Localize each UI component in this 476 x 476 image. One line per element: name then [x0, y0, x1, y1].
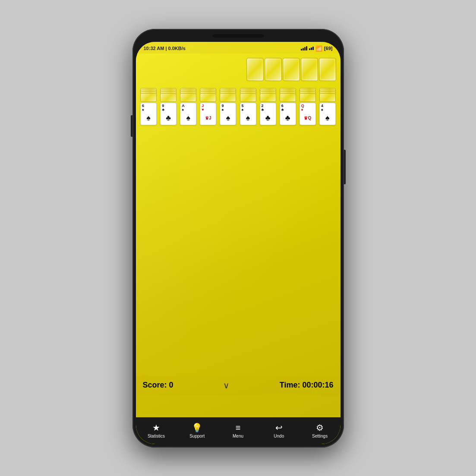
bar2-1	[309, 48, 310, 50]
nav-item-settings[interactable]: ⚙ Settings	[299, 422, 340, 438]
undo-icon: ↩	[275, 422, 283, 433]
battery-icon: [69]	[324, 46, 333, 51]
card-rank: 9♠	[221, 104, 234, 113]
card-suit-center: ♠	[321, 112, 334, 123]
score-bar: Score: 0 ∨ Time: 00:00:16	[136, 376, 340, 395]
card-suit-center: ♛Q	[301, 112, 314, 123]
tableau-column-4[interactable]: J♥ ♛J	[199, 88, 218, 125]
statistics-label: Statistics	[148, 434, 165, 438]
deck-card-5[interactable]	[319, 58, 336, 81]
support-icon: 💡	[192, 422, 202, 433]
face-down-stack-6	[240, 88, 256, 102]
face-down-stack-9	[299, 88, 316, 102]
card-rank: 9♣	[162, 104, 175, 113]
menu-icon: ≡	[236, 423, 241, 433]
bar4	[306, 46, 307, 50]
card-col10-top[interactable]: 4♠ ♠	[319, 103, 336, 125]
phone-screen: 10:32 AM | 0.0KB/s 📶 [69]	[136, 42, 340, 444]
nav-item-undo[interactable]: ↩ Undo	[258, 422, 299, 438]
tableau-column-6[interactable]: 5♠ ♠	[239, 88, 257, 125]
card-col5-top[interactable]: 9♠ ♠	[220, 103, 236, 125]
tableau-column-7[interactable]: 2♣ ♣	[258, 88, 277, 125]
face-down-stack-4	[200, 88, 216, 102]
statistics-icon: ★	[152, 422, 160, 433]
card-rank: 5♠	[242, 104, 255, 113]
card-col9-top[interactable]: Q♦ ♛Q	[299, 103, 316, 125]
face-down-stack-5	[220, 88, 236, 102]
face-down-4	[299, 93, 316, 102]
card-col4-top[interactable]: J♥ ♛J	[200, 103, 216, 125]
deck-card-1[interactable]	[246, 58, 264, 81]
tableau-column-1[interactable]: 6♠ ♠	[139, 88, 158, 125]
nav-item-support[interactable]: 💡 Support	[177, 422, 218, 438]
card-rank: 2♣	[262, 104, 274, 113]
face-down-4	[160, 93, 177, 102]
card-rank: 6♣	[281, 104, 294, 113]
card-col1-top[interactable]: 6♠ ♠	[140, 103, 157, 125]
face-down-4	[240, 93, 256, 102]
status-time: 10:32 AM | 0.0KB/s	[144, 46, 186, 51]
settings-icon: ⚙	[316, 422, 324, 433]
tableau-column-5[interactable]: 9♠ ♠	[219, 88, 237, 125]
support-label: Support	[189, 434, 205, 438]
card-suit-center: ♠	[242, 112, 255, 123]
face-down-stack-3	[180, 88, 196, 102]
settings-label: Settings	[312, 434, 328, 438]
chevron-down-icon[interactable]: ∨	[223, 380, 230, 391]
nav-item-menu[interactable]: ≡ Menu	[218, 423, 258, 438]
deck-card-4[interactable]	[301, 58, 318, 81]
face-down-4	[260, 93, 276, 102]
card-rank: A♠	[182, 104, 195, 113]
card-col8-top[interactable]: 6♣ ♣	[280, 103, 296, 125]
deck-card-3[interactable]	[283, 58, 300, 81]
card-suit-center: ♣	[162, 112, 175, 123]
wifi-icon: 📶	[315, 45, 322, 52]
deck-card-2[interactable]	[265, 58, 282, 81]
tableau-column-3[interactable]: A♠ ♠	[179, 88, 198, 125]
time-display: Time: 00:00:16	[280, 381, 334, 390]
tableau-column-10[interactable]: 4♠ ♠	[318, 88, 337, 125]
card-col3-top[interactable]: A♠ ♠	[180, 103, 196, 125]
volume-button	[131, 115, 132, 137]
bar3	[304, 47, 306, 50]
nav-item-statistics[interactable]: ★ Statistics	[136, 422, 177, 438]
bar2-2	[311, 47, 312, 50]
tableau-column-9[interactable]: Q♦ ♛Q	[298, 88, 317, 125]
bar2	[303, 48, 304, 50]
score-display: Score: 0	[143, 381, 173, 390]
status-bar: 10:32 AM | 0.0KB/s 📶 [69]	[136, 42, 340, 54]
phone-shell: 10:32 AM | 0.0KB/s 📶 [69]	[132, 29, 344, 448]
face-down-stack-8	[280, 88, 296, 102]
face-down-4	[200, 93, 216, 102]
face-down-4	[319, 93, 336, 102]
face-down-4	[220, 93, 236, 102]
card-rank: 4♠	[321, 104, 334, 113]
tableau: 6♠ ♠ 9♣ ♣	[139, 88, 337, 125]
menu-label: Menu	[233, 434, 243, 438]
card-col2-top[interactable]: 9♣ ♣	[160, 103, 177, 125]
face-down-4	[280, 93, 296, 102]
card-suit-center: ♛J	[202, 112, 214, 123]
signal-bars-2-icon	[309, 47, 314, 50]
undo-label: Undo	[274, 434, 284, 438]
card-col6-top[interactable]: 5♠ ♠	[240, 103, 256, 125]
deck-area[interactable]	[246, 58, 336, 81]
card-rank: Q♦	[301, 104, 314, 113]
tableau-column-2[interactable]: 9♣ ♣	[159, 88, 178, 125]
card-rank: J♥	[202, 104, 214, 113]
bar2-3	[312, 47, 314, 50]
card-suit-center: ♠	[142, 112, 155, 123]
bottom-nav: ★ Statistics 💡 Support ≡ Menu ↩ Undo ⚙ S…	[136, 417, 340, 444]
tableau-column-8[interactable]: 6♣ ♣	[278, 88, 297, 125]
game-area[interactable]: 6♠ ♠ 9♣ ♣	[136, 54, 340, 417]
card-suit-center: ♣	[262, 112, 274, 123]
face-down-stack-2	[160, 88, 177, 102]
card-rank: 6♠	[142, 104, 155, 113]
card-col7-top[interactable]: 2♣ ♣	[260, 103, 276, 125]
face-down-stack-7	[260, 88, 276, 102]
face-down-4	[180, 93, 196, 102]
bar1	[301, 49, 302, 50]
face-down-4	[140, 93, 157, 102]
signal-bars-icon	[301, 46, 307, 50]
face-down-stack-10	[319, 88, 336, 102]
